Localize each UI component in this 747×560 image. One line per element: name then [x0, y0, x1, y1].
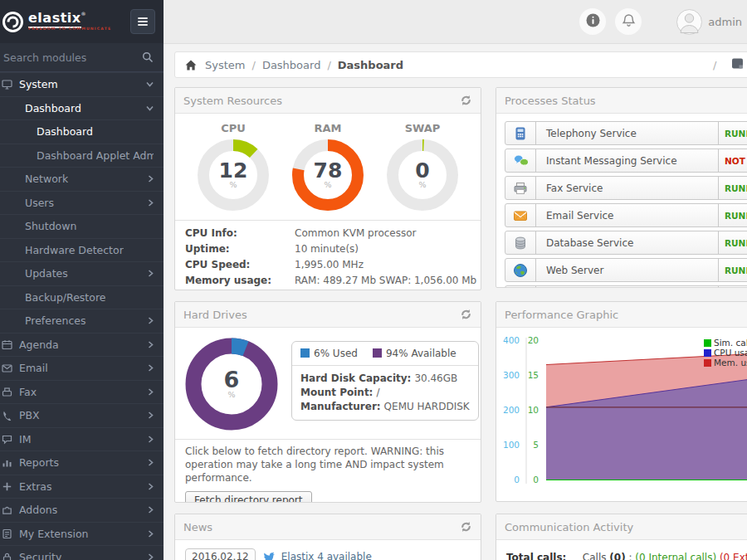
- donut-value: 78%: [291, 139, 364, 212]
- username-label[interactable]: admin: [708, 16, 742, 28]
- sidebar-item-dashboard-applet-admin[interactable]: Dashboard Applet Admin: [0, 144, 164, 168]
- donut-cpu: CPU12%: [197, 122, 270, 212]
- donut-value: 12%: [197, 139, 270, 212]
- home-icon[interactable]: [185, 60, 197, 71]
- refresh-icon[interactable]: [460, 309, 472, 320]
- process-row: Database ServiceRUNNING: [505, 231, 747, 255]
- sidebar-item-agenda[interactable]: Agenda: [0, 333, 164, 357]
- sidebar-item-label: System: [19, 78, 58, 90]
- communication-activity-panel: Communication Activity Total calls: Call…: [496, 514, 747, 560]
- donut-label: RAM: [291, 122, 364, 134]
- chevron-down-icon: [146, 81, 154, 87]
- sidebar-item-label: Updates: [25, 267, 68, 280]
- menu-toggle-button[interactable]: [130, 9, 155, 34]
- sidebar-item-my-extension[interactable]: My Extension: [0, 522, 164, 546]
- notifications-button[interactable]: [615, 8, 642, 35]
- info-button[interactable]: [579, 8, 606, 35]
- sidebar-item-system[interactable]: System: [0, 72, 164, 96]
- chevron-right-icon: [148, 199, 154, 207]
- topbar-right: admin: [570, 0, 742, 43]
- sidebar-item-security[interactable]: Security: [0, 545, 164, 560]
- sidebar-item-addons[interactable]: Addons: [0, 498, 164, 522]
- status-badge: NOT INSTALLED: [718, 286, 747, 288]
- sidebar-item-label: Email: [19, 362, 48, 374]
- user-avatar[interactable]: [676, 9, 702, 35]
- chevron-right-icon: [148, 411, 154, 419]
- chat-icon: [2, 434, 16, 445]
- database-icon: [505, 231, 536, 254]
- sidebar-item-extras[interactable]: Extras: [0, 475, 164, 499]
- news-link[interactable]: Elastix 4 available: [281, 551, 372, 560]
- svg-text:5: 5: [533, 440, 539, 450]
- panel-title: Performance Graphic: [505, 309, 618, 321]
- refresh-icon[interactable]: [460, 521, 472, 533]
- sidebar-item-label: Security: [19, 551, 61, 560]
- lock-icon: [2, 552, 16, 560]
- notes-icon[interactable]: [731, 56, 745, 73]
- legend-item: 94% Available: [373, 348, 456, 359]
- sidebar-item-users[interactable]: Users: [0, 191, 164, 215]
- breadcrumb-system[interactable]: System: [205, 59, 245, 71]
- chevron-right-icon: [148, 436, 154, 443]
- bell-icon: [622, 13, 636, 31]
- panel-body: 2016.02.12Elastix 4 available: [175, 540, 481, 560]
- sidebar-item-email[interactable]: Email: [0, 356, 164, 380]
- info-icon: [586, 13, 600, 30]
- svg-text:10: 10: [528, 405, 539, 415]
- logo-text-block: elastix® FREEDOM TO COMMUNICATE: [28, 12, 111, 32]
- sidebar-item-label: Backup/Restore: [25, 291, 105, 304]
- sidebar-item-network[interactable]: Network: [0, 167, 164, 191]
- sidebar-item-label: Network: [25, 173, 68, 185]
- total-calls-row: Total calls: Calls (0) : (0 Internal cal…: [506, 548, 747, 560]
- sidebar-item-shutdown[interactable]: Shutdown: [0, 214, 164, 238]
- panel-title: Processes Status: [505, 95, 596, 107]
- chevron-right-icon: [148, 459, 154, 466]
- refresh-icon[interactable]: [460, 95, 472, 106]
- sidebar-item-label: Dashboard: [25, 102, 81, 114]
- status-badge: RUNNING: [718, 231, 747, 254]
- sidebar-item-label: Dashboard Applet Admin: [37, 149, 154, 162]
- panel-header: System Resources: [175, 88, 481, 114]
- svg-text:Sim. calls: Sim. calls: [714, 338, 747, 348]
- faxmachine-icon: [505, 177, 536, 199]
- service-name: Instant Messaging Service: [536, 155, 718, 167]
- disk-info-box: 6% Used94% Available Hard Disk Capacity:…: [291, 341, 479, 421]
- fetch-directory-report-button[interactable]: Fetch directory report: [185, 491, 312, 503]
- card-icon: [2, 528, 16, 539]
- status-badge: NOT RUNNING: [718, 149, 747, 172]
- chevron-right-icon: [148, 270, 154, 277]
- status-badge: RUNNING: [718, 177, 747, 199]
- process-row: Fax ServiceRUNNING: [505, 176, 747, 200]
- process-row: Elastix Call Center ServiceNOT INSTALLED: [505, 285, 747, 288]
- sidebar-item-label: PBX: [19, 409, 40, 421]
- panel-body: 6 % 6% Used94% Available Hard Disk Capac…: [175, 328, 481, 503]
- sidebar-header: elastix® FREEDOM TO COMMUNICATE: [0, 0, 164, 43]
- sidebar-item-updates[interactable]: Updates: [0, 261, 164, 285]
- search-input[interactable]: [2, 51, 139, 65]
- module-search-row: [0, 43, 164, 72]
- donut-swap: SWAP0%: [386, 122, 459, 212]
- panel-row-2: Hard Drives 6 %: [174, 301, 747, 503]
- content: System / Dashboard / Dashboard /: [164, 44, 747, 560]
- chevron-right-icon: [148, 317, 154, 324]
- sidebar-item-preferences[interactable]: Preferences: [0, 309, 164, 333]
- sidebar-item-im[interactable]: IM: [0, 427, 164, 451]
- sidebar-item-backup-restore[interactable]: Backup/Restore: [0, 285, 164, 309]
- sidebar-item-reports[interactable]: Reports: [0, 450, 164, 475]
- sidebar-item-fax[interactable]: Fax: [0, 380, 164, 404]
- sidebar-item-label: Agenda: [19, 338, 59, 351]
- sidebar-item-pbx[interactable]: PBX: [0, 403, 164, 427]
- sidebar-item-label: Reports: [19, 456, 59, 469]
- sidebar-item-dashboard[interactable]: Dashboard: [0, 96, 164, 120]
- sidebar-item-label: Shutdown: [25, 220, 76, 232]
- directory-report-warning: Click below to fetch directory report. W…: [185, 445, 471, 485]
- process-list: Telephony ServiceRUNNINGInstant Messagin…: [505, 120, 747, 288]
- info-row: CPU Info:Common KVM processor: [185, 226, 471, 241]
- info-row: Uptime:10 minute(s): [185, 241, 471, 257]
- donut-label: SWAP: [386, 122, 459, 134]
- email-icon: [505, 204, 536, 226]
- breadcrumb-dashboard[interactable]: Dashboard: [262, 59, 321, 71]
- sidebar-item-hardware-detector[interactable]: Hardware Detector: [0, 238, 164, 262]
- sidebar-item-dashboard[interactable]: Dashboard: [0, 119, 164, 144]
- system-info-table: CPU Info:Common KVM processorUptime:10 m…: [185, 226, 471, 289]
